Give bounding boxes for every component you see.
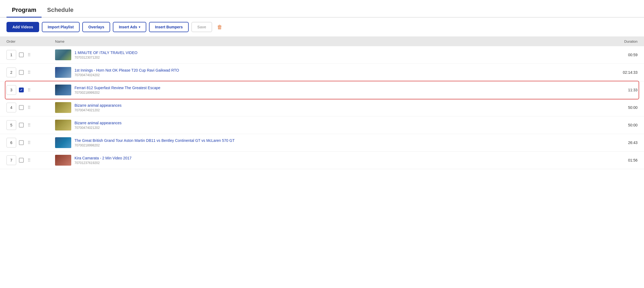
row-checkbox[interactable] (19, 140, 24, 145)
order-number: 5 (6, 120, 16, 130)
name-cell: Kira Camarata - 2 Min Video 201770701237… (55, 155, 600, 166)
video-title[interactable]: Bizarre animal appearances (74, 103, 121, 108)
video-info: 1st Innings - Horn Not OK Please T20 Cup… (74, 68, 179, 77)
video-title[interactable]: Ferrari 812 Superfast Review The Greates… (74, 85, 160, 90)
table-row: 2⠿1st Innings - Horn Not OK Please T20 C… (0, 64, 644, 81)
order-cell: 6⠿ (6, 138, 55, 148)
table-row: 3⠿Ferrari 812 Superfast Review The Great… (5, 81, 639, 99)
order-number: 6 (6, 138, 16, 148)
row-checkbox[interactable] (19, 105, 24, 110)
thumbnail (55, 137, 71, 148)
video-id: 70700474024202 (74, 73, 179, 77)
row-checkbox[interactable] (19, 70, 24, 75)
row-checkbox[interactable] (19, 52, 24, 57)
video-id: 70700474021202 (74, 126, 121, 130)
video-id: 70700218998202 (74, 143, 235, 147)
name-cell: 1st Innings - Horn Not OK Please T20 Cup… (55, 67, 600, 78)
drag-handle-icon[interactable]: ⠿ (28, 105, 31, 110)
duration-cell: 50:00 (600, 105, 638, 110)
order-number: 7 (6, 155, 16, 165)
video-info: The Great British Grand Tour Aston Marti… (74, 138, 235, 147)
drag-handle-icon[interactable]: ⠿ (28, 158, 31, 163)
thumbnail (55, 49, 71, 60)
thumbnail (55, 67, 71, 78)
table-row: 7⠿Kira Camarata - 2 Min Video 2017707012… (0, 152, 644, 169)
video-title[interactable]: 1 MINUTE OF ITALY TRAVEL VIDEO (74, 50, 137, 55)
table-row: 4⠿Bizarre animal appearances707004740212… (0, 99, 644, 116)
name-cell: Ferrari 812 Superfast Review The Greates… (55, 85, 600, 95)
order-number: 1 (6, 50, 16, 60)
order-cell: 5⠿ (6, 120, 55, 130)
header-name: Name (55, 39, 600, 43)
video-id: 70700218999202 (74, 91, 160, 95)
delete-button[interactable]: 🗑 (215, 23, 225, 31)
video-id: 70703123071202 (74, 56, 137, 59)
thumbnail (55, 120, 71, 130)
video-info: Kira Camarata - 2 Min Video 201770701237… (74, 156, 131, 165)
video-info: Bizarre animal appearances70700474021202 (74, 120, 121, 130)
table-row: 5⠿Bizarre animal appearances707004740212… (0, 116, 644, 134)
duration-cell: 01:56 (600, 158, 638, 162)
video-title[interactable]: The Great British Grand Tour Aston Marti… (74, 138, 235, 143)
duration-cell: 26:43 (600, 140, 638, 145)
video-title[interactable]: Kira Camarata - 2 Min Video 2017 (74, 156, 131, 160)
header-order: Order (6, 39, 55, 43)
row-checkbox[interactable] (19, 158, 24, 163)
table-header: Order Name Duration (0, 37, 644, 46)
video-id: 70701237619202 (74, 161, 131, 165)
save-button[interactable]: Save (191, 22, 212, 32)
duration-cell: 02:14:33 (600, 70, 638, 75)
header-duration: Duration (600, 39, 638, 43)
thumbnail (55, 102, 71, 113)
video-info: Bizarre animal appearances70700474021202 (74, 103, 121, 112)
video-id: 70700474021202 (74, 108, 121, 112)
order-number: 4 (6, 103, 16, 112)
order-cell: 3⠿ (6, 85, 55, 95)
drag-handle-icon[interactable]: ⠿ (28, 88, 31, 93)
table-row: 6⠿The Great British Grand Tour Aston Mar… (0, 134, 644, 152)
duration-cell: 50:00 (600, 123, 638, 127)
drag-handle-icon[interactable]: ⠿ (28, 70, 31, 75)
order-cell: 2⠿ (6, 68, 55, 77)
chevron-down-icon: ▾ (139, 25, 140, 29)
overlays-button[interactable]: Overlays (82, 22, 110, 32)
row-checkbox[interactable] (19, 88, 24, 92)
drag-handle-icon[interactable]: ⠿ (28, 123, 31, 128)
thumbnail (55, 85, 71, 95)
thumbnail (55, 155, 71, 166)
import-playlist-button[interactable]: Import Playlist (42, 22, 80, 32)
table-body: 1⠿1 MINUTE OF ITALY TRAVEL VIDEO70703123… (0, 46, 644, 169)
order-number: 3 (6, 85, 16, 95)
drag-handle-icon[interactable]: ⠿ (28, 52, 31, 58)
duration-cell: 00:59 (600, 53, 638, 57)
order-cell: 1⠿ (6, 50, 55, 60)
tab-program[interactable]: Program (6, 4, 42, 18)
video-title[interactable]: Bizarre animal appearances (74, 120, 121, 125)
video-title[interactable]: 1st Innings - Horn Not OK Please T20 Cup… (74, 68, 179, 73)
video-info: 1 MINUTE OF ITALY TRAVEL VIDEO7070312307… (74, 50, 137, 59)
drag-handle-icon[interactable]: ⠿ (28, 140, 31, 145)
name-cell: Bizarre animal appearances70700474021202 (55, 120, 600, 130)
selected-row-wrapper: 3⠿Ferrari 812 Superfast Review The Great… (5, 81, 639, 99)
order-number: 2 (6, 68, 16, 77)
video-info: Ferrari 812 Superfast Review The Greates… (74, 85, 160, 95)
order-cell: 7⠿ (6, 155, 55, 165)
toolbar: Add Videos Import Playlist Overlays Inse… (0, 18, 644, 37)
tab-bar: Program Schedule (0, 0, 644, 18)
add-videos-button[interactable]: Add Videos (6, 22, 39, 32)
order-cell: 4⠿ (6, 103, 55, 112)
name-cell: Bizarre animal appearances70700474021202 (55, 102, 600, 113)
name-cell: 1 MINUTE OF ITALY TRAVEL VIDEO7070312307… (55, 49, 600, 60)
name-cell: The Great British Grand Tour Aston Marti… (55, 137, 600, 148)
insert-ads-label: Insert Ads (119, 25, 137, 29)
row-checkbox[interactable] (19, 123, 24, 128)
insert-bumpers-button[interactable]: Insert Bumpers (149, 22, 189, 32)
tab-schedule[interactable]: Schedule (42, 4, 79, 18)
table-row: 1⠿1 MINUTE OF ITALY TRAVEL VIDEO70703123… (0, 46, 644, 64)
insert-ads-button[interactable]: Insert Ads ▾ (113, 22, 146, 32)
tabs-container: Program Schedule (0, 0, 644, 18)
duration-cell: 11:33 (600, 88, 638, 92)
